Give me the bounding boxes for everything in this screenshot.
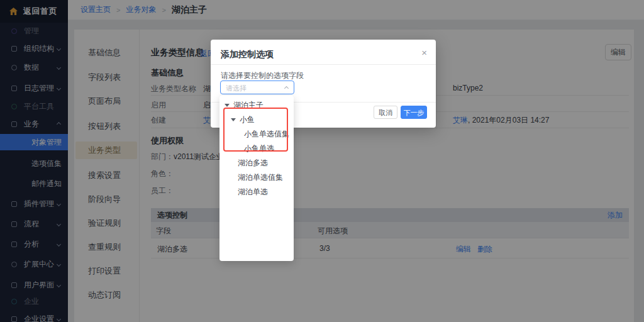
caret-down-icon[interactable] [231, 118, 236, 121]
tree-node-small-fish-single-valueset[interactable]: 小鱼单选值集 [244, 127, 289, 141]
tree-node-lake-single-valueset[interactable]: 湖泊单选值集 [238, 170, 283, 184]
tree-node-label: 湖泊多选 [238, 158, 268, 169]
tree-node-small-fish[interactable]: 小鱼 [231, 113, 255, 126]
caret-down-icon[interactable] [225, 104, 230, 107]
tree-node-label: 小鱼单选值集 [244, 129, 289, 140]
select-placeholder: 请选择 [226, 84, 247, 93]
tree-node-small-fish-single[interactable]: 小鱼单选 [244, 142, 274, 155]
modal-title: 添加控制选项 [221, 49, 274, 60]
tree-node-label: 湖泊单选 [238, 187, 268, 197]
tree-node-label: 湖泊单选值集 [238, 172, 283, 183]
select-field-label: 请选择要控制的选项字段 [221, 70, 304, 81]
app-window: 返回首页 管理 组织结构 数据 日志管理 平台工具 业务 [0, 0, 644, 322]
tree-node-lake-parent[interactable]: 湖泊主子 [225, 98, 264, 112]
tree-node-label: 湖泊主子 [233, 100, 264, 111]
next-button[interactable]: 下一步 [401, 106, 427, 119]
close-icon[interactable]: × [421, 47, 427, 58]
tree-node-label: 小鱼 [240, 114, 255, 125]
chevron-up-icon [284, 86, 289, 91]
field-select[interactable]: 请选择 [220, 80, 294, 94]
field-select-dropdown: 湖泊主子 小鱼 小鱼单选值集 小鱼单选 湖泊多选 湖泊单选值集 湖泊单选 [219, 96, 294, 261]
cancel-button[interactable]: 取消 [374, 106, 397, 119]
tree-node-lake-single[interactable]: 湖泊单选 [238, 185, 268, 199]
tree-node-label: 小鱼单选 [244, 143, 274, 154]
divider [211, 64, 436, 65]
tree-node-lake-multi[interactable]: 湖泊多选 [238, 156, 268, 170]
